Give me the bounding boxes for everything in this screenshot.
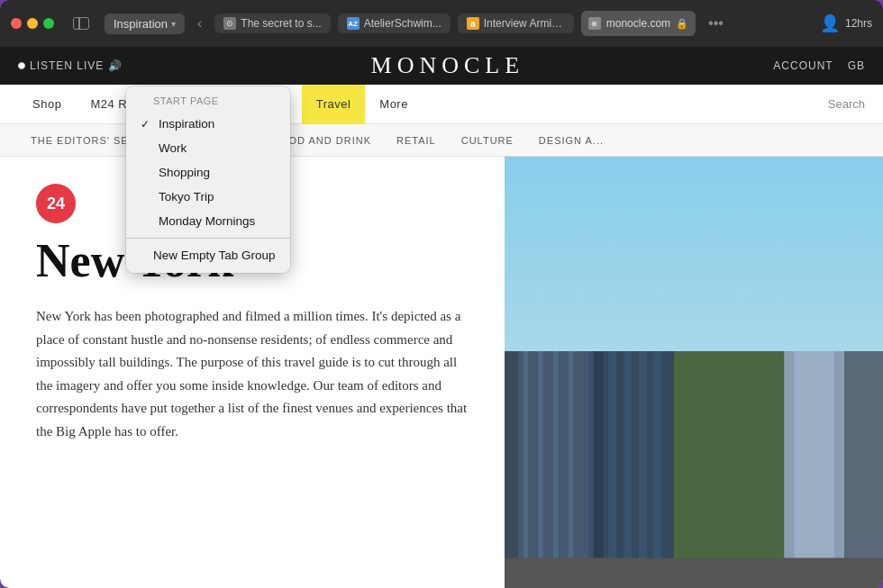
monocle-topbar: LISTEN LIVE 🔊 MONOCLE ACCOUNT GB (0, 47, 883, 85)
listen-live-section[interactable]: LISTEN LIVE 🔊 (18, 59, 122, 72)
issue-badge: 24 (36, 184, 76, 223)
close-button[interactable] (11, 18, 22, 29)
dropdown-item-work[interactable]: Work (126, 136, 290, 160)
dropdown-divider (126, 238, 290, 239)
tab-favicon-3: a (467, 17, 479, 30)
tab-label-2: AtelierSchwim... (364, 17, 442, 30)
nav-search[interactable]: Search (828, 97, 865, 111)
subnav-culture[interactable]: CULTURE (449, 124, 526, 157)
city-image (505, 157, 883, 588)
dropdown-item-inspiration[interactable]: ✓ Inspiration (126, 112, 290, 136)
back-button[interactable]: ‹ (192, 14, 207, 33)
tab-label-1: The secret to s... (241, 17, 321, 30)
tab-bar: Inspiration ▾ ‹ ⊙ The secret to s... AZ … (0, 0, 883, 47)
tab-1[interactable]: ⊙ The secret to s... (214, 14, 330, 33)
dropdown-header: Start Page (126, 92, 290, 112)
active-tab-favicon: ⊕ (588, 17, 601, 30)
listen-live-label: LISTEN LIVE (30, 59, 104, 72)
dropdown-item-tokyo[interactable]: Tokyo Trip (126, 185, 290, 209)
region-selector[interactable]: GB (848, 59, 865, 72)
sidebar-icon (73, 17, 89, 30)
tab-favicon-1: ⊙ (223, 17, 236, 30)
time-display: 12hrs (845, 17, 872, 30)
lock-icon: 🔒 (676, 18, 688, 30)
active-tab-label: monocle.com (606, 17, 670, 30)
tab-favicon-2: AZ (347, 17, 360, 30)
minimize-button[interactable] (27, 18, 38, 29)
dropdown-item-monday[interactable]: Monday Mornings (126, 209, 290, 233)
tab-label-3: Interview Armin... (484, 17, 565, 30)
audio-icon: 🔊 (108, 59, 122, 72)
nav-travel[interactable]: Travel (302, 85, 366, 124)
content-right (505, 157, 883, 588)
account-icon[interactable]: 👤 (820, 14, 840, 33)
website-content: LISTEN LIVE 🔊 MONOCLE ACCOUNT GB Shop M2… (0, 47, 883, 588)
tab-group-label: Inspiration (114, 17, 168, 31)
subnav-retail[interactable]: RETAIL (384, 124, 449, 157)
account-link[interactable]: ACCOUNT (773, 59, 833, 72)
sky (505, 157, 883, 351)
chevron-down-icon: ▾ (171, 19, 176, 29)
dropdown-item-shopping[interactable]: Shopping (126, 160, 290, 185)
city-description: New York has been photographed and filme… (36, 305, 469, 443)
nav-more[interactable]: More (365, 85, 423, 124)
dropdown-new-group[interactable]: New Empty Tab Group (126, 243, 290, 267)
nav-shop[interactable]: Shop (18, 85, 76, 124)
monocle-top-right: ACCOUNT GB (773, 59, 865, 72)
svg-rect-21 (505, 558, 883, 588)
tab-group-dropdown[interactable]: Start Page ✓ Inspiration Work Shopping T… (126, 86, 290, 273)
tab-2[interactable]: AZ AtelierSchwim... (338, 14, 451, 33)
browser-window: Inspiration ▾ ‹ ⊙ The secret to s... AZ … (0, 0, 883, 588)
maximize-button[interactable] (43, 18, 54, 29)
traffic-lights (11, 18, 54, 29)
monocle-logo: MONOCLE (122, 52, 773, 79)
tab-3[interactable]: a Interview Armin... (458, 14, 574, 33)
tab-more-button[interactable]: ••• (703, 14, 729, 33)
sidebar-toggle-button[interactable] (68, 14, 94, 33)
checkmark-icon: ✓ (141, 118, 153, 131)
listen-live-dot (18, 62, 25, 69)
tab-group-button[interactable]: Inspiration ▾ (105, 14, 185, 34)
active-tab[interactable]: ⊕ monocle.com 🔒 (581, 11, 696, 36)
subnav-design[interactable]: DESIGN A... (526, 124, 616, 157)
